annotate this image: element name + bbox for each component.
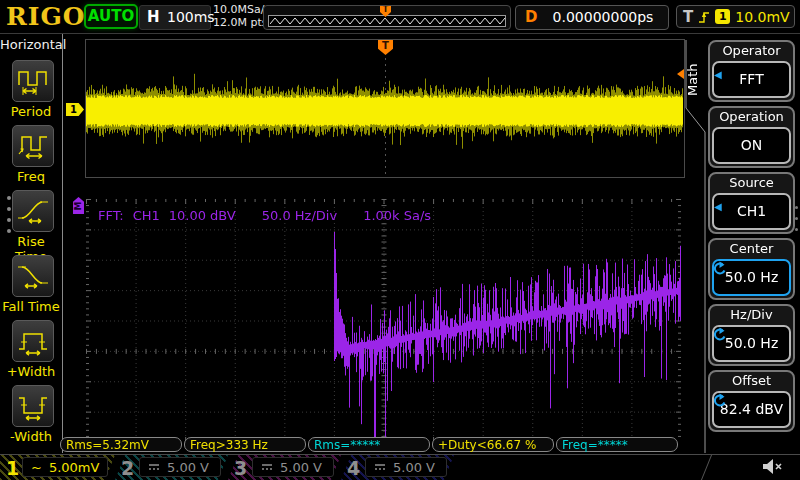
fft-prefix: FFT: [98, 208, 124, 223]
delay-value: 0.00000000ps [544, 9, 662, 25]
menu-source-value: CH1 [712, 193, 791, 230]
measurement-cell-1[interactable]: Rms=5.32mV [60, 437, 182, 452]
freq-icon [16, 130, 50, 162]
minus-width-icon [16, 390, 50, 422]
plus-width-icon [16, 325, 50, 357]
channel2-scale-box[interactable]: 5.00 V [139, 457, 221, 477]
trigger-source-badge: 1 [715, 9, 730, 24]
menu-item-period-label: Period [0, 104, 62, 119]
rotate-knob-icon [713, 393, 727, 407]
menu-item-freq[interactable] [12, 125, 54, 167]
channel3-scale-box[interactable]: 5.00 V [252, 457, 334, 477]
menu-item-minus-width-label: -Width [0, 429, 62, 444]
channel2-scale: 5.00 V [167, 460, 209, 475]
menu-item-fall-time-label: Fall Time [0, 299, 62, 314]
measurement-cell-3[interactable]: Rms=***** [308, 437, 430, 452]
left-triangle-icon: ◀ [714, 70, 722, 80]
menu-scroll-dot [7, 218, 11, 222]
rotate-knob-icon [713, 327, 727, 341]
menu-operation[interactable]: Operation ON [708, 106, 795, 168]
fft-source: CH1 [133, 208, 160, 223]
menu-offset[interactable]: Offset 82.4 dBV [708, 370, 795, 432]
channel1-scale: 5.00mV [49, 460, 100, 475]
sample-rate: 10.0MSa/s [213, 3, 270, 16]
menu-source-title: Source [710, 175, 793, 190]
menu-scroll-dot [7, 196, 11, 200]
menu-hz-per-div-title: Hz/Div [710, 307, 793, 322]
tab-math[interactable]: Math [685, 55, 702, 105]
menu-item-freq-label: Freq [0, 169, 62, 184]
menu-item-period[interactable] [12, 60, 54, 102]
horizontal-label: H [147, 8, 160, 26]
rise-time-icon [16, 195, 50, 227]
left-triangle-icon: ◀ [714, 202, 722, 212]
horizontal-scale-display[interactable]: H 100ms [139, 5, 211, 30]
channel2-number[interactable]: 2 [121, 457, 134, 479]
topbar-divider [0, 33, 800, 34]
fall-time-icon [16, 260, 50, 292]
trigger-label: T [683, 8, 693, 26]
menu-item-plus-width-label: +Width [0, 364, 62, 379]
channel1-level-marker-icon[interactable]: 1 [66, 103, 84, 116]
acquisition-info: 10.0MSa/s 12.0M pts [213, 3, 270, 29]
right-menu-page-dot [795, 206, 798, 209]
channel1-number[interactable]: 1 [6, 457, 19, 479]
menu-item-fall-time[interactable] [12, 255, 54, 297]
menu-center[interactable]: Center 50.0 Hz [708, 238, 795, 300]
waveform-overview-window [268, 15, 506, 27]
channel3-number[interactable]: 3 [234, 457, 247, 479]
fft-scale: 10.00 dBV [169, 208, 236, 223]
oscilloscope-screen: { "colors": { "ch_yellow": "#f5e600", "m… [0, 0, 800, 480]
menu-center-title: Center [710, 241, 793, 256]
run-status-badge: AUTO [84, 4, 138, 29]
memory-depth: 12.0M pts [213, 16, 270, 29]
channel4-number[interactable]: 4 [347, 457, 360, 479]
right-menu-page-dot [795, 228, 798, 231]
left-menu-title: Horizontal [0, 37, 62, 52]
channel3-scale: 5.00 V [280, 460, 322, 475]
ac-coupling-icon: ~ [31, 460, 42, 475]
dc-coupling-icon [261, 463, 273, 471]
channel1-scale-box[interactable]: ~ 5.00mV [22, 457, 108, 477]
rotate-knob-icon [713, 261, 727, 275]
waveform-overview-strip[interactable]: T [263, 5, 511, 30]
math-channel-marker-icon[interactable]: M [73, 197, 84, 214]
fft-spectrum-plot [86, 199, 681, 442]
channel4-scale-box[interactable]: 5.00 V [365, 457, 447, 477]
period-icon [16, 65, 50, 97]
channel-bar-diagonal [701, 455, 712, 480]
measurement-cell-2[interactable]: Freq>333 Hz [184, 437, 306, 452]
math-badge-letter: M [73, 202, 83, 211]
trigger-level-arrow-icon[interactable] [677, 69, 684, 79]
menu-operator-title: Operator [710, 43, 793, 58]
right-menu-page-dot [795, 217, 798, 220]
channel4-scale: 5.00 V [393, 460, 435, 475]
menu-item-plus-width[interactable] [12, 320, 54, 362]
delay-display[interactable]: D 0.00000000ps [515, 5, 669, 30]
menu-scroll-dot [7, 207, 11, 211]
overview-sine-icon [270, 16, 506, 26]
fft-hz-per-div: 50.0 Hz/Div [262, 208, 337, 223]
trigger-status-display[interactable]: T 1 10.0mV [676, 5, 795, 28]
rising-edge-icon [698, 9, 710, 25]
measurement-cell-5[interactable]: Freq=***** [556, 437, 678, 452]
left-menu-divider [62, 34, 63, 453]
fft-readout: FFT: CH1 10.00 dBV 50.0 Hz/Div 1.00k Sa/… [98, 208, 431, 223]
menu-offset-title: Offset [710, 373, 793, 388]
dc-coupling-icon [148, 463, 160, 471]
menu-hz-per-div[interactable]: Hz/Div 50.0 Hz [708, 304, 795, 366]
fft-sample-rate: 1.00k Sa/s [363, 208, 431, 223]
measurement-cell-4[interactable]: +Duty<66.67 % [432, 437, 554, 452]
menu-item-rise-time[interactable] [12, 190, 54, 232]
menu-operator-value: FFT [712, 61, 791, 98]
menu-item-minus-width[interactable] [12, 385, 54, 427]
menu-source[interactable]: Source CH1 ◀ [708, 172, 795, 234]
trigger-level-value: 10.0mV [735, 9, 789, 25]
delay-label: D [525, 8, 537, 26]
menu-scroll-dot [7, 229, 11, 233]
menu-operator[interactable]: Operator FFT ◀ [708, 40, 795, 102]
speaker-muted-icon[interactable] [762, 458, 784, 476]
horizontal-scale-value: 100ms [167, 9, 215, 25]
dc-coupling-icon [374, 463, 386, 471]
channel-bar-divider [0, 454, 800, 455]
